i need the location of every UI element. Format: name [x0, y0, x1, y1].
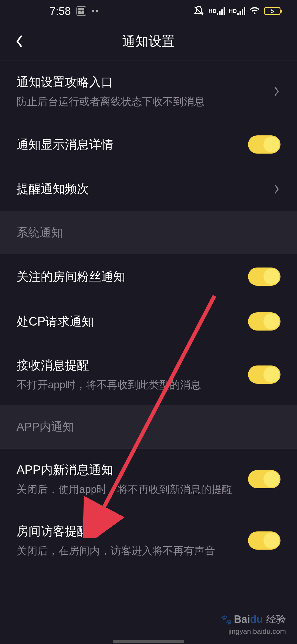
toggle-followed-room-fans[interactable] [248, 268, 280, 286]
page-title: 通知设置 [122, 32, 175, 50]
back-button[interactable] [11, 33, 28, 50]
item-followed-room-fans[interactable]: 关注的房间粉丝通知 [0, 254, 297, 299]
section-in-app-notifications: APP内通知 [0, 405, 297, 449]
paw-icon: 🐾 [221, 614, 232, 625]
status-right: HD HD 5 [193, 5, 280, 17]
section-system-notifications: 系统通知 [0, 211, 297, 254]
item-cp-request[interactable]: 处CP请求通知 [0, 299, 297, 344]
nav-bar: 通知设置 [0, 22, 297, 61]
item-title: 处CP请求通知 [16, 313, 248, 330]
item-title: 提醒通知频次 [16, 181, 273, 197]
item-title: 接收消息提醒 [16, 357, 248, 373]
signal-1: HD [208, 7, 225, 15]
item-subtitle: 防止后台运行或者离线状态下收不到消息 [16, 95, 273, 109]
item-subtitle: 关闭后，使用app时，将不再收到新消息的提醒 [16, 482, 248, 496]
item-title: 通知设置攻略入口 [16, 74, 273, 90]
chevron-right-icon [273, 85, 280, 98]
recent-apps-icon [76, 6, 86, 16]
item-title: 关注的房间粉丝通知 [16, 269, 248, 285]
item-receive-message[interactable]: 接收消息提醒 不打开app时，将不再收到此类型的消息 [0, 344, 297, 405]
item-title: 通知显示消息详情 [16, 137, 248, 153]
status-time: 7:58 [50, 5, 71, 17]
item-room-visitor-sound[interactable]: 房间访客提醒音 关闭后，在房间内，访客进入将不再有声音 [0, 510, 297, 571]
status-bar: 7:58 •• HD HD 5 [0, 0, 297, 22]
watermark: 🐾 Baidu 经验 jingyan.baidu.com [221, 613, 286, 636]
home-indicator [91, 639, 206, 644]
chevron-right-icon [273, 182, 280, 196]
toggle-cp-request[interactable] [248, 312, 280, 331]
item-subtitle: 关闭后，在房间内，访客进入将不再有声音 [16, 544, 248, 558]
item-notification-guide[interactable]: 通知设置攻略入口 防止后台运行或者离线状态下收不到消息 [0, 61, 297, 122]
toggle-show-message-detail[interactable] [248, 135, 280, 154]
item-title: 房间访客提醒音 [16, 523, 248, 539]
toggle-in-app-new-message[interactable] [248, 470, 280, 488]
mute-icon [193, 5, 205, 17]
item-title: APP内新消息通知 [16, 462, 248, 478]
toggle-receive-message[interactable] [248, 365, 280, 384]
battery-indicator: 5 [264, 7, 280, 15]
status-more-icon: •• [92, 6, 100, 16]
item-in-app-new-message[interactable]: APP内新消息通知 关闭后，使用app时，将不再收到新消息的提醒 [0, 449, 297, 510]
toggle-room-visitor-sound[interactable] [248, 531, 280, 550]
item-subtitle: 不打开app时，将不再收到此类型的消息 [16, 378, 248, 392]
item-notification-frequency[interactable]: 提醒通知频次 [0, 167, 297, 211]
svg-line-0 [194, 7, 203, 15]
item-show-message-detail[interactable]: 通知显示消息详情 [0, 122, 297, 167]
watermark-url: jingyan.baidu.com [228, 627, 286, 636]
wifi-icon [249, 5, 260, 17]
status-left: 7:58 •• [50, 5, 100, 17]
signal-2: HD [229, 7, 245, 15]
settings-list: 通知设置攻略入口 防止后台运行或者离线状态下收不到消息 通知显示消息详情 提醒通… [0, 61, 297, 571]
